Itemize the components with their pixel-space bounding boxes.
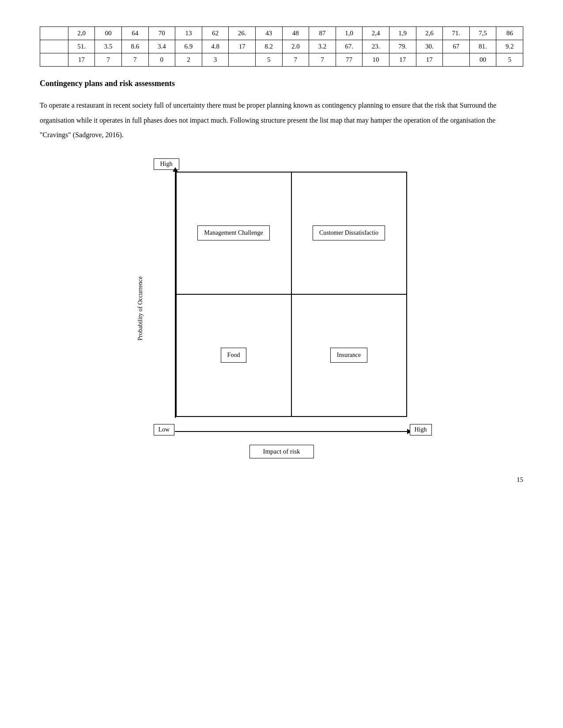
table-cell: 71. [443, 27, 470, 40]
table-cell [443, 53, 470, 67]
table-cell: 30. [416, 40, 443, 53]
risk-matrix-diagram: High Probability of Occurrence Managemen… [132, 158, 432, 458]
table-cell: 51. [68, 40, 95, 53]
table-cell: 4.8 [202, 40, 229, 53]
table-cell: 00 [95, 27, 122, 40]
cell-box-food: Food [221, 348, 247, 363]
table-cell: 48 [282, 27, 309, 40]
table-cell: 0 [148, 53, 175, 67]
table-cell: 81. [469, 40, 496, 53]
table-cell: 67. [336, 40, 363, 53]
table-cell: 3 [202, 53, 229, 67]
table-cell: 2 [175, 53, 202, 67]
table-cell: 79. [389, 40, 416, 53]
table-cell: 2,6 [416, 27, 443, 40]
table-cell: 6.9 [175, 40, 202, 53]
section-heading: Contingency plans and risk assessments [40, 79, 523, 88]
table-cell: 62 [202, 27, 229, 40]
table-cell: 87 [309, 27, 336, 40]
table-cell: 17 [416, 53, 443, 67]
matrix-grid: Management Challenge Customer Dissatisfa… [176, 172, 407, 417]
table-cell: 17 [68, 53, 95, 67]
table-cell: 7,5 [469, 27, 496, 40]
table-cell: 64 [121, 27, 148, 40]
table-cell: 7 [282, 53, 309, 67]
cell-box-management: Management Challenge [197, 225, 269, 240]
low-label-bottom: Low [154, 424, 175, 435]
table-cell: 5 [255, 53, 282, 67]
table-cell-empty [40, 53, 68, 67]
table-cell: 17 [229, 40, 256, 53]
table-cell: 13 [175, 27, 202, 40]
table-cell: 3.5 [95, 40, 122, 53]
cell-bottom-right: Insurance [291, 294, 407, 417]
cell-top-right: Customer Dissatisfactio [291, 172, 407, 294]
cell-box-customer: Customer Dissatisfactio [313, 225, 385, 240]
table-cell: 2.0 [282, 40, 309, 53]
table-cell: 43 [255, 27, 282, 40]
cell-top-left: Management Challenge [176, 172, 291, 294]
table-cell: 9.2 [496, 40, 523, 53]
table-cell: 3.4 [148, 40, 175, 53]
table-cell: 5 [496, 53, 523, 67]
table-cell: 3.2 [309, 40, 336, 53]
table-cell: 7 [121, 53, 148, 67]
table-cell: 8.2 [255, 40, 282, 53]
table-cell: 67 [443, 40, 470, 53]
table-cell-empty [40, 40, 68, 53]
table-cell: 23. [363, 40, 389, 53]
table-cell: 1,0 [336, 27, 363, 40]
body-text: To operate a restaurant in recent societ… [40, 98, 523, 143]
y-axis-label-wrapper: Probability of Occurrence [132, 194, 149, 423]
table-cell: 10 [363, 53, 389, 67]
page-number: 15 [40, 476, 523, 484]
cell-bottom-left: Food [176, 294, 291, 417]
y-axis-label: Probability of Occurrence [137, 276, 144, 340]
cell-box-insurance: Insurance [330, 348, 367, 363]
table-cell: 70 [148, 27, 175, 40]
table-cell: 00 [469, 53, 496, 67]
table-cell: 2,0 [68, 27, 95, 40]
table-cell: 86 [496, 27, 523, 40]
table-cell: 2,4 [363, 27, 389, 40]
x-axis-arrow [175, 431, 408, 432]
table-cell: 77 [336, 53, 363, 67]
data-table: 2,0006470136226.4348871,02,41,92,671.7,5… [40, 26, 523, 67]
table-cell [229, 53, 256, 67]
table-cell: 8.6 [121, 40, 148, 53]
table-cell: 7 [309, 53, 336, 67]
table-cell: 26. [229, 27, 256, 40]
x-axis-label: Impact of risk [249, 445, 314, 458]
table-cell: 1,9 [389, 27, 416, 40]
table-cell-empty [40, 27, 68, 40]
table-cell: 17 [389, 53, 416, 67]
high-label-right: High [410, 424, 432, 435]
table-cell: 7 [95, 53, 122, 67]
